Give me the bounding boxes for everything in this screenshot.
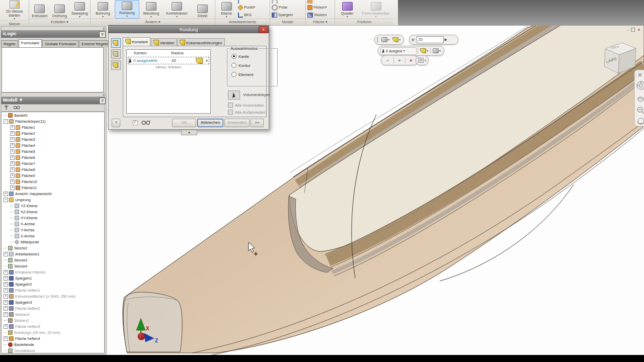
kombinieren-button[interactable]: Kombinieren ▾ <box>163 0 191 19</box>
expand-toggle[interactable]: + <box>4 300 8 305</box>
radio-kante[interactable]: Kante <box>231 54 249 59</box>
corner-style-dropdown[interactable]: ▾ <box>432 48 442 54</box>
expand-toggle[interactable]: + <box>4 252 8 256</box>
spinner-arrow-icon[interactable]: ▶ <box>445 38 447 42</box>
tree-item[interactable]: +Erhabene Fläche1 <box>2 269 104 275</box>
ilogic-content-area[interactable] <box>2 47 104 93</box>
preview-toggle[interactable] <box>133 120 150 125</box>
tree-item[interactable]: +Fläche5 <box>2 148 104 154</box>
navigation-bar[interactable] <box>634 70 644 126</box>
ilogic-help-button[interactable]: ? <box>99 31 106 38</box>
select-solids-button[interactable] <box>228 90 240 100</box>
tree-item[interactable]: XZ-Ebene <box>2 209 104 215</box>
all-fillets-checkbox[interactable]: Alle Innenradien <box>228 103 264 108</box>
add-hint[interactable]: Hinzu: Klicken <box>127 65 210 69</box>
tree-item[interactable]: Y-Achse <box>2 227 104 233</box>
tree-item[interactable]: Skizze4 <box>2 263 104 269</box>
achse-button-cropped[interactable] <box>237 0 269 4</box>
fillet-mode-button[interactable]: ▾ <box>391 37 401 43</box>
drag-handle[interactable] <box>377 37 378 43</box>
cancel-button[interactable]: Abbrechen <box>197 119 223 127</box>
tree-item[interactable]: YZ-Ebene <box>2 203 104 209</box>
rechteckig-button-cropped[interactable] <box>271 0 305 4</box>
form-bearbeiten-button[interactable]: Form bearbeiten ▾ <box>359 0 393 19</box>
expand-toggle[interactable]: + <box>4 336 8 341</box>
tree-item[interactable]: Bauteil1 <box>2 112 104 118</box>
tree-item[interactable]: +Fläche4 <box>2 142 104 148</box>
full-round-fillet-button[interactable] <box>111 60 121 70</box>
tab-konstant[interactable]: Konstant <box>123 37 150 46</box>
tree-item[interactable]: +Fläche10 <box>2 178 104 185</box>
edge-fillet-button[interactable] <box>111 38 121 48</box>
face-fillet-button[interactable] <box>111 49 121 59</box>
expand-toggle[interactable]: + <box>4 324 8 329</box>
quader-button[interactable]: Quader ▾ <box>336 0 359 19</box>
selection-dropdown[interactable]: 0 ausgew. ▾ <box>380 47 417 55</box>
minimize-icon[interactable]: – <box>627 28 629 32</box>
radio-element[interactable]: Element <box>231 72 253 77</box>
bohrung-button[interactable]: Bohrung ▾ <box>91 0 115 19</box>
tree-item[interactable]: +Ansicht: Hauptansicht <box>2 191 104 197</box>
bks-button[interactable]: BKS <box>237 11 269 19</box>
dialog-title[interactable]: Rundung <box>108 25 269 33</box>
expand-toggle[interactable]: + <box>10 186 15 190</box>
tree-item[interactable]: −Ursprung <box>2 197 104 203</box>
expand-toggle[interactable]: − <box>4 119 8 124</box>
tree-item[interactable]: +Stutzen1 <box>2 311 104 317</box>
close-icon[interactable]: ✕ <box>637 28 640 32</box>
tree-item[interactable]: +Spiegeln1 <box>2 275 104 281</box>
expand-toggle[interactable]: + <box>4 306 8 311</box>
heften-button-cropped[interactable] <box>306 0 334 4</box>
tree-item[interactable]: Mittelpunkt <box>2 239 104 245</box>
punkt-button[interactable]: Punkt ▾ <box>237 4 269 11</box>
edge-set-row[interactable]: 0 ausgewählt 20 ▼ <box>128 57 209 64</box>
tab-formulare[interactable]: Formulare <box>19 39 42 47</box>
apply-plus-button[interactable]: + <box>395 57 404 64</box>
find-icon[interactable] <box>13 105 20 111</box>
tree-item[interactable]: Z-Achse <box>2 233 104 239</box>
expand-toggle[interactable]: + <box>10 155 15 160</box>
ebene-button[interactable]: Ebene ▾ <box>216 0 237 19</box>
expand-toggle[interactable]: + <box>4 192 8 196</box>
edges-table[interactable]: Kanten Radius 0 ausgewählt 20 ▼ Hinzu: K… <box>126 49 211 114</box>
expand-toggle[interactable]: + <box>10 149 15 154</box>
expand-toggle[interactable]: + <box>4 270 8 275</box>
polar-button[interactable]: Polar <box>271 4 305 11</box>
group-label-skizze[interactable]: Skizze <box>0 21 29 25</box>
expand-toggle[interactable]: + <box>4 282 8 287</box>
tree-item[interactable]: +Fläche1 <box>2 124 104 130</box>
expand-toggle[interactable]: + <box>10 179 15 184</box>
group-label-muster[interactable]: Muster <box>270 19 305 25</box>
tab-regeln[interactable]: Regeln <box>1 40 18 47</box>
dialog-help-button[interactable]: ? <box>112 119 120 127</box>
expand-toggle[interactable]: + <box>10 161 15 166</box>
expand-toggle[interactable]: + <box>10 167 15 172</box>
tree-item[interactable]: Bauteilende <box>2 341 104 347</box>
filter-icon[interactable] <box>4 105 9 111</box>
group-label-aendern[interactable]: Ändern ▾ <box>91 19 215 25</box>
expand-toggle[interactable]: − <box>4 198 8 202</box>
tree-item[interactable]: Skizze3 <box>2 257 104 263</box>
ilogic-panel-header[interactable]: iLogic <box>1 30 105 38</box>
direkt-button[interactable]: Direkt <box>191 0 214 19</box>
tree-item[interactable]: +Spiegeln2 <box>2 281 104 287</box>
expand-toggle[interactable]: + <box>10 125 15 130</box>
group-label-flaeche[interactable]: Fläche ▾ <box>306 19 335 25</box>
rundung-button[interactable]: Rundung ▾ <box>115 0 139 19</box>
tree-item[interactable]: +Extrusionsfläche1 (x 2645, 250 mm) <box>2 293 104 299</box>
close-icon[interactable]: x <box>103 94 106 97</box>
wandung-button[interactable]: Wandung ▾ <box>139 0 163 19</box>
tree-item[interactable]: X-Achse <box>2 221 104 227</box>
tree-item[interactable]: Stutzen2 <box>2 317 104 323</box>
tree-item[interactable]: +Fläche7 <box>2 160 104 166</box>
radius-input[interactable]: 20 <box>417 36 444 43</box>
expand-toggle[interactable]: + <box>4 312 8 317</box>
tab-globale-formulare[interactable]: Globale Formulare <box>42 40 78 47</box>
tree-item[interactable]: +Fläche6 <box>2 154 104 160</box>
expand-toggle[interactable]: + <box>4 276 8 281</box>
spiegeln-button[interactable]: Spiegeln <box>271 11 305 19</box>
group-label-freiform[interactable]: Freiform <box>335 19 393 25</box>
ok-button[interactable]: OK <box>172 119 196 127</box>
expand-toggle[interactable]: + <box>4 294 8 299</box>
apply-button[interactable]: Anwenden <box>224 119 250 127</box>
